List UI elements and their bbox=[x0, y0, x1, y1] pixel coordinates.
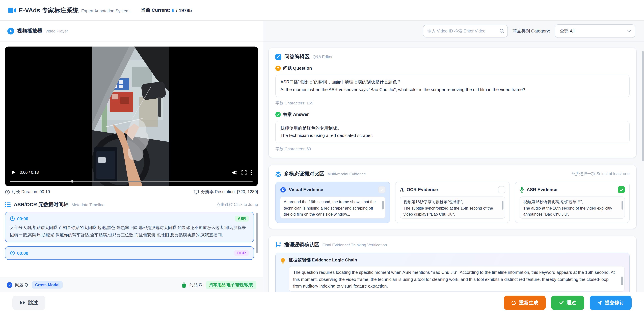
scrollbar-thumb[interactable] bbox=[382, 201, 384, 210]
editor-panel: 商品类别 Category: 全部 All 问答编辑区 Q&A Editor ? bbox=[263, 21, 644, 292]
ocr-evidence-card[interactable]: A OCR Evidence 视频第16秒字幕同步显示“包除旧”。 The su… bbox=[395, 182, 510, 223]
timeline-item-time: 00:00 bbox=[17, 216, 28, 221]
question-text-en: At the moment when the ASR voiceover say… bbox=[280, 86, 624, 94]
chevron-down-icon bbox=[627, 30, 631, 32]
microphone-icon bbox=[520, 187, 524, 193]
svg-text:?: ? bbox=[277, 66, 279, 70]
app-title: E-VAds 专家标注系统 bbox=[19, 6, 79, 14]
resolution-info: 分辨率 Resolution: [720, 1280] bbox=[194, 189, 258, 195]
ocr-evidence-checkbox[interactable] bbox=[498, 186, 505, 193]
check-circle-icon bbox=[276, 112, 281, 117]
scrollbar-thumb[interactable] bbox=[502, 201, 504, 210]
video-search bbox=[423, 25, 508, 37]
asr-evidence-title: ASR Evidence bbox=[526, 187, 557, 192]
answer-char-count: 字数 Characters: 63 bbox=[276, 146, 630, 152]
scrollbar-thumb[interactable] bbox=[622, 201, 623, 210]
ocr-evidence-title: OCR Evidence bbox=[407, 187, 438, 192]
question-char-count: 字数 Characters: 155 bbox=[276, 100, 630, 106]
brand: E-VAds 专家标注系统 Expert Annotation System bbox=[8, 6, 130, 14]
question-type-badge: Cross-Modal bbox=[32, 281, 63, 289]
submit-button[interactable]: 提交修订 bbox=[590, 296, 632, 310]
logic-chain-text[interactable]: The question requires locating the speci… bbox=[289, 266, 624, 292]
video-progress-bar[interactable] bbox=[10, 181, 252, 182]
question-circle-icon: ? bbox=[276, 66, 281, 71]
visual-evidence-card[interactable]: Visual Evidence At around the 16th secon… bbox=[276, 182, 390, 223]
timeline-title: ASR/OCR 元数据时间轴 bbox=[14, 201, 68, 208]
edit-icon bbox=[276, 54, 282, 60]
regenerate-button[interactable]: 重新生成 bbox=[504, 296, 546, 310]
panel-scrollbar[interactable] bbox=[642, 51, 644, 161]
lightbulb-icon bbox=[280, 258, 286, 292]
timeline-item-ocr[interactable]: 00:00 OCR bbox=[5, 246, 254, 260]
video-play-button[interactable] bbox=[11, 170, 16, 175]
branch-icon bbox=[276, 242, 281, 248]
letter-a-icon: A bbox=[400, 187, 404, 192]
skip-button[interactable]: 跳过 bbox=[12, 296, 45, 310]
question-text-zh: ASR口播“包除旧”的瞬间，画面中清理旧膜的刮板是什么颜色？ bbox=[280, 78, 624, 86]
scrollbar-thumb[interactable] bbox=[621, 277, 623, 285]
question-mark-icon: ? bbox=[7, 282, 12, 288]
pass-button[interactable]: 通过 bbox=[551, 296, 584, 310]
asr-evidence-card[interactable]: ASR Evidence 视频第16秒语音明确播报“包除旧”。 The audi… bbox=[515, 182, 630, 223]
qa-editor-title: 问答编辑区 bbox=[284, 54, 310, 60]
top-bar: E-VAds 专家标注系统 Expert Annotation System 当… bbox=[0, 0, 644, 21]
ocr-badge: OCR bbox=[234, 250, 249, 256]
current-value: 6 bbox=[172, 7, 174, 13]
video-panel-title: 视频播放器 bbox=[17, 28, 42, 34]
duration-info: 时长 Duration: 00:19 bbox=[5, 189, 50, 195]
timeline-scrollbar[interactable] bbox=[256, 213, 258, 253]
video-time: 0:00 / 0:18 bbox=[20, 170, 39, 175]
category-value: 全部 All bbox=[560, 28, 574, 34]
answer-textarea[interactable]: 技师使用的是红色的专用刮板。 The technician is using a… bbox=[276, 121, 630, 143]
eye-icon bbox=[280, 187, 286, 193]
visual-evidence-title: Visual Evidence bbox=[289, 187, 323, 192]
video-panel: 视频播放器 Video Player bbox=[0, 21, 263, 292]
ocr-evidence-text[interactable]: 视频第16秒字幕同步显示“包除旧”。 The subtitle synchron… bbox=[400, 196, 505, 219]
video-frame-image bbox=[92, 46, 170, 186]
goods-category-badge: 汽车用品/电子/清洗/改装 bbox=[206, 281, 256, 289]
video-controls: 0:00 / 0:18 bbox=[5, 167, 258, 177]
qa-editor-card: 问答编辑区 Q&A Editor ? 问题 Question ASR口播“包除旧… bbox=[268, 47, 636, 158]
video-player[interactable]: 0:00 / 0:18 bbox=[5, 46, 258, 186]
asr-evidence-text[interactable]: 视频第16秒语音明确播报“包除旧”。 The audio at the 16th… bbox=[520, 196, 625, 219]
timeline-item-asr[interactable]: 00:00 ASR 大部分人啊,都贴错太阳膜了,如果你贴的太阳膜,起泡,黑色,隔… bbox=[5, 212, 254, 242]
more-options-icon[interactable] bbox=[250, 170, 252, 175]
video-panel-header: 视频播放器 Video Player bbox=[0, 21, 263, 41]
category-select[interactable]: 全部 All bbox=[555, 24, 635, 38]
goods-label: 商品 G: bbox=[189, 282, 203, 288]
question-type-label: 问题 Q: bbox=[15, 282, 29, 288]
layers-icon bbox=[276, 171, 281, 177]
video-search-input[interactable] bbox=[423, 25, 508, 37]
evidence-hint: 至少选择一项 Select at least one bbox=[571, 171, 630, 177]
timeline-list[interactable]: 00:00 ASR 大部分人啊,都贴错太阳膜了,如果你贴的太阳膜,起泡,黑色,隔… bbox=[5, 212, 258, 278]
clock-icon bbox=[10, 216, 15, 221]
bottom-action-bar: 跳过 重新生成 通过 提交修订 bbox=[0, 292, 644, 313]
evidence-card: 多模态证据对比区 Multi-modal Evidence 至少选择一项 Sel… bbox=[268, 165, 636, 229]
evidence-grid: Visual Evidence At around the 16th secon… bbox=[276, 182, 630, 223]
search-icon[interactable] bbox=[500, 28, 504, 33]
visual-evidence-text[interactable]: At around the 16th second, the frame sho… bbox=[280, 196, 386, 219]
asr-evidence-checkbox[interactable] bbox=[618, 186, 625, 193]
editor-scroll-area: 问答编辑区 Q&A Editor ? 问题 Question ASR口播“包除旧… bbox=[263, 41, 644, 292]
goods-category-group: 商品 G: 汽车用品/电子/清洗/改装 bbox=[182, 281, 256, 289]
timeline-item-time: 00:00 bbox=[17, 251, 28, 256]
visual-evidence-checkbox[interactable] bbox=[378, 186, 386, 193]
svg-text:?: ? bbox=[8, 283, 10, 287]
app-root: E-VAds 专家标注系统 Expert Annotation System 当… bbox=[0, 0, 644, 313]
main-area: 视频播放器 Video Player bbox=[0, 21, 644, 292]
timeline-hint: 点击跳转 Click to Jump bbox=[216, 202, 258, 208]
clock-icon bbox=[10, 251, 15, 255]
list-icon bbox=[5, 202, 11, 207]
question-textarea[interactable]: ASR口播“包除旧”的瞬间，画面中清理旧膜的刮板是什么颜色？ At the mo… bbox=[276, 75, 630, 97]
play-circle-icon bbox=[8, 28, 14, 34]
video-meta-row: 时长 Duration: 00:19 分辨率 Resolution: [720,… bbox=[5, 189, 258, 195]
answer-text-zh: 技师使用的是红色的专用刮板。 bbox=[280, 124, 624, 132]
paper-plane-icon bbox=[597, 300, 602, 305]
timeline-item-text: 大部分人啊,都贴错太阳膜了,如果你贴的太阳膜,起泡,黑色,隔热率下降,那都是没选… bbox=[10, 224, 249, 239]
verification-title-en: Final Evidence/ Thinking Verification bbox=[322, 243, 387, 247]
fullscreen-icon[interactable] bbox=[242, 170, 246, 175]
editor-toolbar: 商品类别 Category: 全部 All bbox=[263, 21, 644, 41]
current-total: / 19785 bbox=[176, 7, 192, 13]
volume-icon[interactable] bbox=[232, 170, 238, 175]
video-panel-title-en: Video Player bbox=[45, 29, 68, 33]
